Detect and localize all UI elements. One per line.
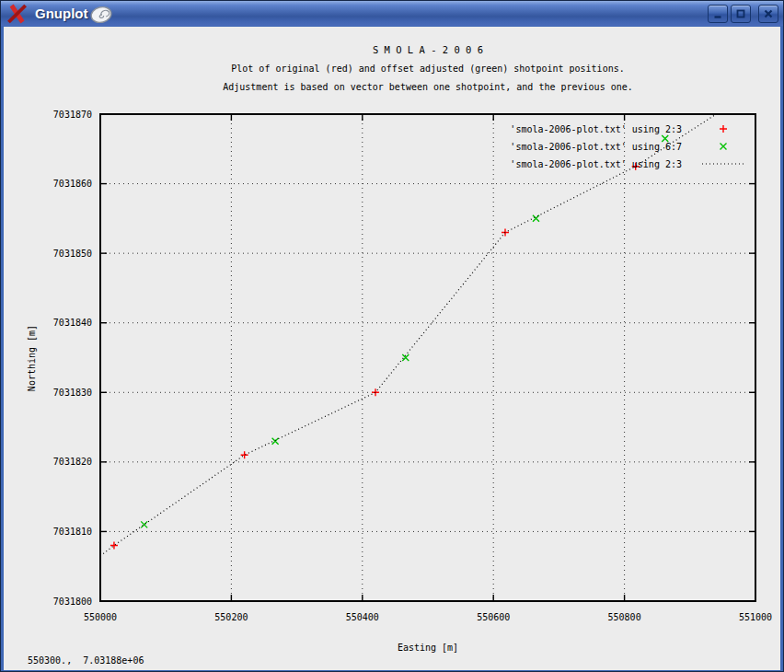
chart-title: S M O L A - 2 0 0 6	[100, 44, 755, 56]
y-tick-label: 7031850	[53, 249, 92, 259]
legend-sample-cross	[721, 144, 727, 150]
x-tick-label: 551000	[739, 612, 772, 622]
close-button[interactable]	[758, 5, 778, 23]
legend-label: 'smola-2006-plot.txt' using 2:3	[510, 124, 682, 134]
data-point-adjusted	[141, 521, 147, 527]
gnuplot-logo-icon	[89, 5, 113, 25]
y-tick-label: 7031870	[53, 110, 92, 120]
x11-logo-icon	[6, 4, 28, 24]
x-tick-label: 550000	[84, 612, 117, 622]
y-tick-label: 7031830	[53, 388, 92, 398]
maximize-button[interactable]	[731, 5, 751, 23]
legend-label: 'smola-2006-plot.txt' using 2:3	[510, 159, 682, 169]
x-axis-label: Easting [m]	[100, 642, 755, 654]
chart-subtitle-1: Plot of original (red) and offset adjust…	[100, 63, 755, 75]
legend-sample-plus	[720, 125, 727, 133]
shotpoint-path-line	[100, 114, 716, 556]
window-title: Gnuplot	[35, 6, 87, 21]
legend-label: 'smola-2006-plot.txt' using 6:7	[510, 142, 682, 152]
data-point-original	[110, 542, 118, 550]
plot-border	[100, 114, 755, 601]
plot-area: 5500005502005504005506005508005510007031…	[4, 27, 780, 670]
x-tick-label: 550400	[346, 612, 379, 622]
y-tick-label: 7031820	[53, 457, 92, 467]
title-bar[interactable]: Gnuplot	[1, 1, 783, 26]
minimize-button[interactable]	[708, 5, 728, 23]
y-tick-label: 7031860	[53, 179, 92, 189]
gnuplot-window: Gnuplot 55000055020055040055060055	[0, 0, 784, 672]
y-tick-label: 7031800	[53, 597, 92, 607]
plot-canvas[interactable]: 5500005502005504005506005508005510007031…	[4, 27, 780, 670]
y-tick-label: 7031810	[53, 527, 92, 537]
x-tick-label: 550600	[477, 612, 510, 622]
x-tick-label: 550200	[214, 612, 248, 622]
close-icon	[763, 8, 774, 19]
y-tick-label: 7031840	[53, 318, 92, 328]
minimize-icon	[712, 8, 723, 19]
data-point-adjusted	[272, 438, 279, 445]
y-axis-label: Northing [m]	[26, 325, 38, 391]
mouse-coordinate-readout: 550300., 7.03188e+06	[28, 655, 144, 666]
x-tick-label: 550800	[608, 612, 641, 622]
chart-subtitle-2: Adjustment is based on vector between on…	[100, 81, 755, 93]
maximize-icon	[735, 8, 746, 19]
data-point-original	[241, 451, 248, 458]
